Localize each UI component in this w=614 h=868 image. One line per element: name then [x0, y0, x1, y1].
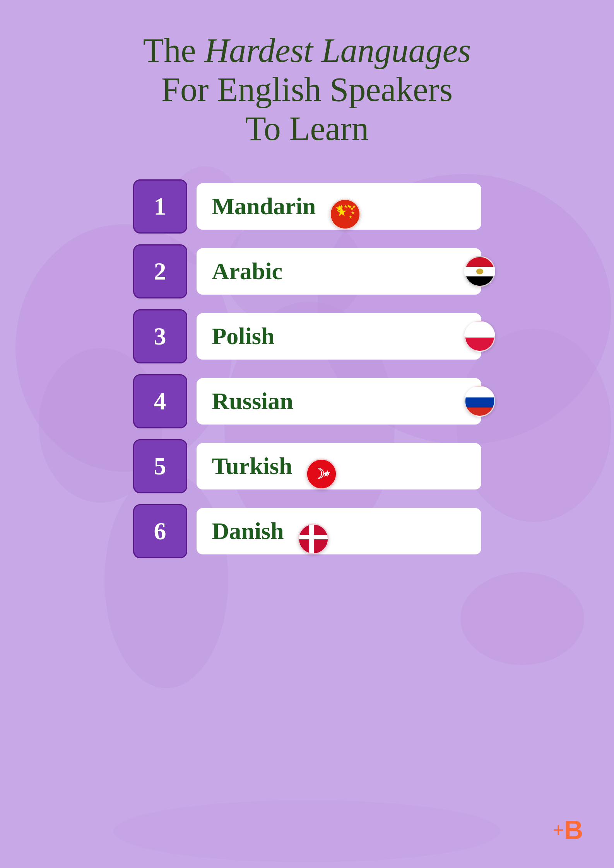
list-item: 5 Turkish ☽ ★: [133, 439, 481, 493]
content-wrapper: The Hardest Languages For English Speake…: [0, 0, 614, 558]
svg-rect-20: [465, 322, 495, 338]
language-name-4: Russian: [212, 387, 293, 415]
svg-rect-25: [307, 460, 336, 488]
title-prefix: The: [143, 32, 205, 69]
svg-rect-16: [465, 257, 494, 267]
svg-text:★: ★: [347, 204, 351, 208]
title-section: The Hardest Languages For English Speake…: [143, 31, 471, 148]
language-name-3: Polish: [212, 322, 275, 350]
title-line1: The Hardest Languages: [143, 31, 471, 70]
title-line3: To Learn: [143, 109, 471, 148]
svg-rect-23: [465, 397, 495, 408]
rank-number-1: 1: [154, 192, 166, 221]
rank-box-2: 2: [133, 244, 187, 298]
svg-point-7: [460, 572, 584, 665]
rank-box-4: 4: [133, 374, 187, 428]
language-box-6: Danish: [197, 508, 481, 554]
rank-number-6: 6: [154, 517, 166, 546]
svg-text:☽: ☽: [312, 466, 325, 481]
brand-letter: B: [564, 815, 583, 845]
svg-rect-24: [465, 408, 495, 417]
svg-rect-18: [465, 276, 494, 286]
language-box-2: Arabic: [197, 248, 481, 295]
rank-box-3: 3: [133, 309, 187, 363]
language-list: 1 Mandarin ★ ★ ★ ★ ★ 2: [133, 179, 481, 558]
flag-poland: [464, 321, 495, 352]
list-item: 3 Polish: [133, 309, 481, 363]
language-name-5: Turkish: [212, 452, 292, 480]
language-box-3: Polish: [197, 313, 481, 360]
list-item: 1 Mandarin ★ ★ ★ ★ ★: [133, 179, 481, 234]
svg-rect-21: [465, 338, 495, 352]
brand-logo: + B: [552, 815, 583, 845]
rank-number-2: 2: [154, 257, 166, 286]
svg-rect-30: [299, 535, 329, 539]
language-box-5: Turkish ☽ ★: [197, 443, 481, 489]
rank-number-3: 3: [154, 322, 166, 351]
flag-russia: [464, 386, 495, 417]
list-item: 4 Russian: [133, 374, 481, 428]
svg-point-9: [113, 800, 500, 862]
svg-rect-29: [309, 525, 314, 554]
language-name-1: Mandarin: [212, 193, 316, 220]
title-line2: For English Speakers: [143, 70, 471, 109]
language-name-2: Arabic: [212, 258, 283, 285]
language-box-4: Russian: [197, 378, 481, 425]
list-item: 2 Arabic: [133, 244, 481, 298]
svg-text:★: ★: [349, 215, 352, 219]
flag-china: ★ ★ ★ ★ ★: [330, 199, 361, 230]
rank-box-1: 1: [133, 179, 187, 234]
flag-turkey: ☽ ★: [306, 459, 337, 489]
rank-box-6: 6: [133, 504, 187, 558]
svg-rect-22: [465, 387, 495, 397]
rank-number-5: 5: [154, 452, 166, 481]
flag-egypt: [464, 256, 495, 287]
flag-denmark: [298, 524, 329, 554]
rank-box-5: 5: [133, 439, 187, 493]
svg-rect-28: [299, 525, 329, 554]
language-box-1: Mandarin ★ ★ ★ ★ ★: [197, 183, 481, 230]
svg-text:★: ★: [335, 203, 344, 213]
svg-point-19: [476, 268, 483, 274]
rank-number-4: 4: [154, 387, 166, 416]
svg-text:★: ★: [325, 469, 331, 477]
list-item: 6 Danish: [133, 504, 481, 558]
title-italic: Hardest Languages: [205, 32, 471, 69]
language-name-6: Danish: [212, 517, 284, 545]
brand-plus: +: [552, 819, 564, 841]
